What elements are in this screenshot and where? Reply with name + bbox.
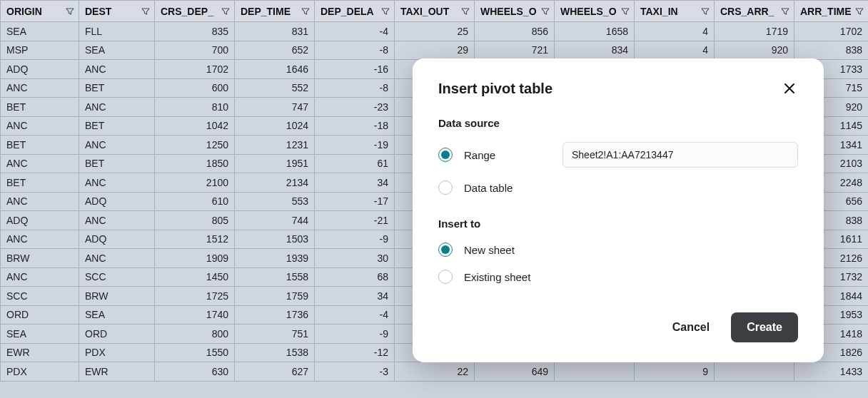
column-header-crs_arr[interactable]: CRS_ARR_	[715, 1, 794, 22]
cell-origin[interactable]: PDX	[1, 362, 79, 382]
data-table-radio[interactable]	[438, 180, 453, 195]
cell-crs_dep[interactable]: 835	[155, 22, 235, 41]
cell-origin[interactable]: EWR	[1, 343, 79, 362]
column-header-origin[interactable]: ORIGIN	[1, 1, 79, 22]
cell-origin[interactable]: ANC	[1, 192, 79, 211]
cell-dest[interactable]: SEA	[79, 305, 155, 325]
cell-wheels_i[interactable]: 1658	[555, 22, 635, 41]
filter-icon[interactable]	[381, 7, 390, 16]
cell-dest[interactable]: PDX	[79, 343, 155, 362]
cell-origin[interactable]: ANC	[1, 154, 79, 173]
cell-dep_dela[interactable]: -23	[315, 98, 395, 117]
cell-dep_time[interactable]: 747	[235, 98, 315, 117]
cell-dest[interactable]: BRW	[79, 287, 155, 306]
cell-crs_dep[interactable]: 1740	[155, 305, 235, 325]
close-icon[interactable]	[781, 80, 798, 97]
new-sheet-radio[interactable]	[438, 243, 453, 257]
cell-dep_time[interactable]: 652	[235, 41, 315, 60]
cell-origin[interactable]: BET	[1, 136, 79, 155]
cell-taxi_in[interactable]: 4	[635, 22, 715, 41]
cell-taxi_out[interactable]: 29	[395, 41, 475, 60]
filter-icon[interactable]	[621, 7, 630, 16]
cell-arr_time[interactable]: 1433	[794, 362, 869, 382]
cell-dest[interactable]: BET	[79, 78, 155, 98]
cell-origin[interactable]: SEA	[1, 325, 79, 344]
cell-origin[interactable]: ANC	[1, 116, 79, 136]
cell-wheels_o[interactable]: 856	[475, 22, 555, 41]
cell-origin[interactable]: SCC	[1, 287, 79, 306]
cell-dep_time[interactable]: 1951	[235, 154, 315, 173]
cell-dep_time[interactable]: 1759	[235, 287, 315, 306]
cell-dest[interactable]: ANC	[79, 249, 155, 268]
cell-taxi_in[interactable]: 9	[635, 362, 715, 382]
column-header-dest[interactable]: DEST	[79, 1, 155, 22]
cell-wheels_o[interactable]: 721	[475, 41, 555, 60]
column-header-taxi_in[interactable]: TAXI_IN	[635, 1, 715, 22]
cell-dep_time[interactable]: 2134	[235, 173, 315, 193]
column-header-arr_time[interactable]: ARR_TIME	[794, 1, 869, 22]
cell-dest[interactable]: SCC	[79, 267, 155, 287]
column-header-wheels_i[interactable]: WHEELS_O	[555, 1, 635, 22]
cell-dep_dela[interactable]: -4	[315, 305, 395, 325]
cell-crs_dep[interactable]: 630	[155, 362, 235, 382]
cell-dep_time[interactable]: 1736	[235, 305, 315, 325]
column-header-dep_dela[interactable]: DEP_DELA	[315, 1, 395, 22]
cell-crs_dep[interactable]: 1909	[155, 249, 235, 268]
cell-origin[interactable]: ORD	[1, 305, 79, 325]
cell-dest[interactable]: ANC	[79, 60, 155, 79]
cell-crs_dep[interactable]: 1250	[155, 136, 235, 155]
cell-dep_dela[interactable]: -9	[315, 230, 395, 249]
cell-dep_time[interactable]: 751	[235, 325, 315, 344]
filter-icon[interactable]	[221, 7, 230, 16]
cell-crs_dep[interactable]: 1512	[155, 230, 235, 249]
column-header-taxi_out[interactable]: TAXI_OUT	[395, 1, 475, 22]
cell-dest[interactable]: ANC	[79, 211, 155, 230]
filter-icon[interactable]	[541, 7, 550, 16]
cell-dep_time[interactable]: 1646	[235, 60, 315, 79]
cell-dep_time[interactable]: 553	[235, 192, 315, 211]
existing-sheet-radio[interactable]	[438, 270, 453, 284]
cell-crs_dep[interactable]: 600	[155, 78, 235, 98]
cell-taxi_in[interactable]: 4	[635, 41, 715, 60]
cell-crs_dep[interactable]: 800	[155, 325, 235, 344]
cell-crs_dep[interactable]: 2100	[155, 173, 235, 193]
cell-wheels_i[interactable]: 834	[555, 41, 635, 60]
table-row[interactable]: MSPSEA700652-8297218344920838	[1, 41, 869, 60]
cell-dep_dela[interactable]: -17	[315, 192, 395, 211]
filter-icon[interactable]	[141, 7, 150, 16]
column-header-wheels_o[interactable]: WHEELS_O	[475, 1, 555, 22]
cell-dest[interactable]: ADQ	[79, 230, 155, 249]
cell-dest[interactable]: SEA	[79, 41, 155, 60]
cell-dep_time[interactable]: 1503	[235, 230, 315, 249]
cell-crs_dep[interactable]: 1702	[155, 60, 235, 79]
cell-dest[interactable]: BET	[79, 116, 155, 136]
cell-crs_dep[interactable]: 805	[155, 211, 235, 230]
filter-icon[interactable]	[855, 7, 864, 16]
filter-icon[interactable]	[461, 7, 470, 16]
table-row[interactable]: PDXEWR630627-32264991433	[1, 362, 869, 382]
cell-dep_dela[interactable]: 68	[315, 267, 395, 287]
cell-origin[interactable]: ANC	[1, 267, 79, 287]
cell-dep_time[interactable]: 744	[235, 211, 315, 230]
create-button[interactable]: Create	[731, 312, 798, 342]
cell-dep_time[interactable]: 552	[235, 78, 315, 98]
cell-dep_time[interactable]: 627	[235, 362, 315, 382]
cell-dest[interactable]: EWR	[79, 362, 155, 382]
column-header-crs_dep[interactable]: CRS_DEP_	[155, 1, 235, 22]
cell-dep_dela[interactable]: 34	[315, 287, 395, 306]
cell-crs_dep[interactable]: 1550	[155, 343, 235, 362]
cell-origin[interactable]: ADQ	[1, 60, 79, 79]
cell-dest[interactable]: ORD	[79, 325, 155, 344]
cancel-button[interactable]: Cancel	[668, 315, 714, 340]
cell-taxi_out[interactable]: 22	[395, 362, 475, 382]
cell-taxi_out[interactable]: 25	[395, 22, 475, 41]
cell-crs_dep[interactable]: 1850	[155, 154, 235, 173]
cell-dep_time[interactable]: 831	[235, 22, 315, 41]
cell-origin[interactable]: ANC	[1, 230, 79, 249]
cell-dep_time[interactable]: 1024	[235, 116, 315, 136]
cell-origin[interactable]: BET	[1, 173, 79, 193]
cell-dep_time[interactable]: 1231	[235, 136, 315, 155]
cell-wheels_i[interactable]	[555, 362, 635, 382]
cell-dep_dela[interactable]: 34	[315, 173, 395, 193]
cell-origin[interactable]: BRW	[1, 249, 79, 268]
